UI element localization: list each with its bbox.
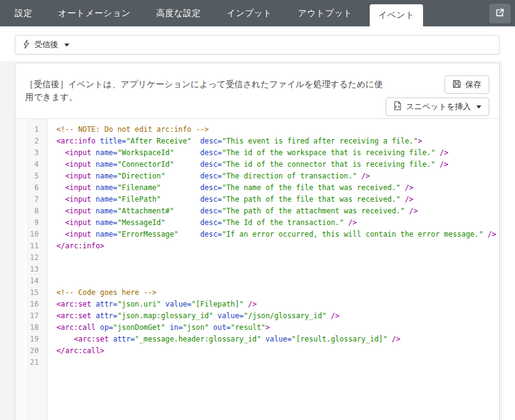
- code-text: <input name="ErrorMessage" desc="If an e…: [47, 229, 496, 240]
- tab-output[interactable]: アウトプット: [289, 0, 361, 26]
- code-text: <arc:set attr="_message.header:glossary_…: [47, 334, 400, 345]
- code-text: <input name="Attachment#" desc="The path…: [47, 205, 418, 217]
- code-text: <!-- NOTE: Do not edit arc:info -->: [47, 124, 209, 136]
- save-button-label: 保存: [465, 79, 481, 90]
- code-line[interactable]: 7 <input name="FilePath" desc="The path …: [15, 194, 499, 205]
- code-text: [47, 252, 56, 264]
- action-buttons: 保存 スニペットを挿入: [386, 75, 489, 116]
- line-number: 17: [15, 310, 47, 322]
- code-text: <input name="WorkspaceId" desc="The id o…: [47, 147, 448, 159]
- code-line[interactable]: 21: [15, 357, 499, 368]
- tab-events[interactable]: イベント: [370, 4, 423, 26]
- code-line[interactable]: 3 <input name="WorkspaceId" desc="The id…: [15, 147, 499, 159]
- line-number: 10: [15, 229, 47, 240]
- code-text: <input name="Filename" desc="The name of…: [47, 182, 413, 194]
- code-text: <arc:info title="After Receive" desc="Th…: [47, 136, 422, 147]
- code-line[interactable]: 13: [15, 264, 499, 275]
- line-number: 18: [15, 322, 47, 334]
- line-number: 2: [15, 136, 47, 147]
- code-line[interactable]: 12: [15, 252, 499, 264]
- event-selector-dropdown[interactable]: 受信後: [15, 35, 500, 55]
- insert-snippet-label: スニペットを挿入: [406, 101, 471, 112]
- code-line[interactable]: 17<arc:set attr="json.map:glossary_id" v…: [15, 310, 499, 322]
- event-description: ［受信後］イベントは、アプリケーションによって受信されたファイルを処理するために…: [25, 78, 386, 104]
- caret-down-icon: [476, 105, 481, 109]
- code-line[interactable]: 8 <input name="Attachment#" desc="The pa…: [15, 205, 499, 217]
- line-number: 5: [15, 170, 47, 182]
- tab-list: 設定 オートメーション 高度な設定 インプット アウトプット イベント: [0, 0, 515, 26]
- open-external-button[interactable]: [489, 4, 511, 23]
- tab-settings[interactable]: 設定: [6, 0, 41, 26]
- code-line[interactable]: 18<arc:call op="jsonDomGet" in="json" ou…: [15, 322, 499, 334]
- line-number: 13: [15, 264, 47, 275]
- lightning-bolt-icon: [23, 40, 29, 50]
- tab-advanced-settings[interactable]: 高度な設定: [148, 0, 210, 26]
- line-number: 20: [15, 345, 47, 357]
- tab-input[interactable]: インプット: [218, 0, 281, 26]
- code-text: <arc:set attr="json.map:glossary_id" val…: [47, 310, 340, 322]
- code-text: <input name="MessageId" desc="The Id of …: [47, 217, 357, 229]
- line-number: 4: [15, 159, 47, 170]
- top-navbar: 設定 オートメーション 高度な設定 インプット アウトプット イベント: [0, 0, 515, 26]
- line-number: 9: [15, 217, 47, 229]
- line-number: 8: [15, 205, 47, 217]
- line-number: 12: [15, 252, 47, 264]
- code-text: <input name="Direction" desc="The direct…: [47, 170, 370, 182]
- code-text: <input name="ConnectorId" desc="The id o…: [47, 159, 448, 170]
- code-line[interactable]: 19 <arc:set attr="_message.header:glossa…: [15, 334, 499, 345]
- event-selector-label: 受信後: [34, 39, 58, 50]
- line-number: 16: [15, 299, 47, 310]
- code-line[interactable]: 20</arc:call>: [15, 345, 499, 357]
- line-number: 11: [15, 240, 47, 252]
- code-line[interactable]: 9 <input name="MessageId" desc="The Id o…: [15, 217, 499, 229]
- code-line[interactable]: 10 <input name="ErrorMessage" desc="If a…: [15, 229, 499, 240]
- code-text: </arc:info>: [47, 240, 104, 252]
- code-line[interactable]: 15<!-- Code goes here -->: [15, 287, 499, 299]
- code-text: [47, 264, 56, 275]
- line-number: 14: [15, 275, 47, 287]
- line-number: 19: [15, 334, 47, 345]
- code-text: [47, 357, 56, 368]
- code-text: <!-- Code goes here -->: [47, 287, 156, 299]
- line-number: 6: [15, 182, 47, 194]
- code-editor[interactable]: 1<!-- NOTE: Do not edit arc:info -->2<ar…: [15, 118, 499, 420]
- save-button[interactable]: 保存: [444, 75, 489, 94]
- file-snippet-icon: [394, 101, 402, 112]
- code-line[interactable]: 4 <input name="ConnectorId" desc="The id…: [15, 159, 499, 170]
- line-number: 7: [15, 194, 47, 205]
- card-header: ［受信後］イベントは、アプリケーションによって受信されたファイルを処理するために…: [15, 63, 499, 116]
- code-text: <arc:call op="jsonDomGet" in="json" out=…: [47, 322, 270, 334]
- code-line[interactable]: 6 <input name="Filename" desc="The name …: [15, 182, 499, 194]
- code-line[interactable]: 5 <input name="Direction" desc="The dire…: [15, 170, 499, 182]
- tab-automation[interactable]: オートメーション: [50, 0, 139, 26]
- code-text: [47, 275, 56, 287]
- code-line[interactable]: 14: [15, 275, 499, 287]
- code-line[interactable]: 11</arc:info>: [15, 240, 499, 252]
- insert-snippet-button[interactable]: スニペットを挿入: [386, 97, 489, 116]
- event-panel-card: ［受信後］イベントは、アプリケーションによって受信されたファイルを処理するために…: [15, 63, 500, 420]
- line-number: 1: [15, 124, 47, 136]
- code-line[interactable]: 1<!-- NOTE: Do not edit arc:info -->: [15, 124, 499, 136]
- line-number: 15: [15, 287, 47, 299]
- code-text: <input name="FilePath" desc="The path of…: [47, 194, 413, 205]
- caret-down-icon: [64, 44, 69, 47]
- external-link-icon: [495, 8, 505, 19]
- line-number: 3: [15, 147, 47, 159]
- code-text: <arc:set attr="json.uri" value="[Filepat…: [47, 299, 257, 310]
- floppy-disk-icon: [452, 80, 461, 90]
- code-text: </arc:call>: [47, 345, 104, 357]
- line-number: 21: [15, 357, 47, 368]
- code-line[interactable]: 16<arc:set attr="json.uri" value="[Filep…: [15, 299, 499, 310]
- code-editor-lines: 1<!-- NOTE: Do not edit arc:info -->2<ar…: [15, 119, 499, 368]
- code-line[interactable]: 2<arc:info title="After Receive" desc="T…: [15, 136, 499, 147]
